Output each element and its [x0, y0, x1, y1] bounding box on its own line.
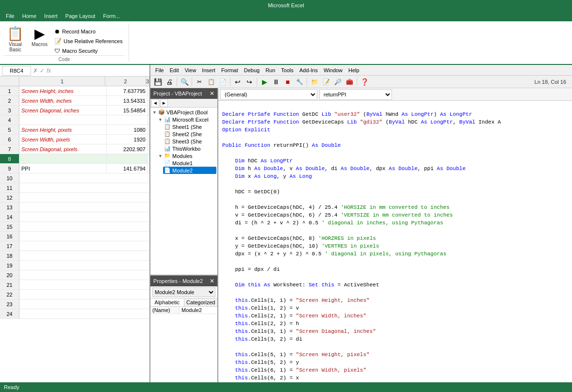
grid-cell[interactable] [148, 86, 149, 96]
tree-item-sheet1[interactable]: 📋 Sheet1 (She [163, 123, 216, 130]
vbe-toolbar-run[interactable]: ▶ [259, 77, 270, 87]
menu-home[interactable]: Home [18, 12, 40, 20]
props-tab-categorized[interactable]: Categorized [184, 298, 218, 306]
project-icon: 📦 [158, 109, 165, 115]
vbe-toolbar-toolbox[interactable]: 🧰 [344, 77, 355, 87]
vbe-toolbar-props[interactable]: 📝 [321, 77, 331, 87]
props-tab-alphabetic[interactable]: Alphabetic [150, 298, 184, 306]
vbe-toolbar-objbrowser[interactable]: 🔎 [332, 77, 343, 87]
relative-refs-button[interactable]: 📝 Use Relative References [52, 37, 125, 46]
grid-cell[interactable]: 1080 [107, 125, 148, 135]
tree-item-sheet3[interactable]: 📋 Sheet3 (She [163, 138, 216, 145]
vbe-toolbar-undo[interactable]: ↩ [232, 77, 243, 87]
grid-cell[interactable]: Screen Width, pixels [19, 135, 107, 144]
grid-cell[interactable]: 7.637795 [107, 86, 148, 96]
project-scroll-left[interactable]: ◄ [151, 99, 159, 107]
table-row: 21 [0, 280, 149, 290]
function-dropdown[interactable]: returnPPI [319, 89, 392, 100]
record-macro-button[interactable]: ⏺ Record Macro [52, 27, 125, 36]
vbe-main-content: Project - VBAProject ✕ ◄ ► ▼ 📦 VBAProjec [150, 88, 572, 382]
macros-button[interactable]: ▶ Macros [29, 25, 50, 49]
grid-cell[interactable] [148, 96, 149, 106]
tree-item-module1[interactable]: 📄 Module1 [163, 159, 216, 167]
grid-cell[interactable]: 15.54854 [107, 106, 148, 115]
vbe-menu-view[interactable]: View [182, 66, 199, 74]
vbe-menu-window[interactable]: Window [321, 66, 345, 74]
grid-cell[interactable]: Screen Height, pixels [19, 125, 107, 135]
grid-cell[interactable] [148, 144, 149, 154]
grid-cell[interactable] [19, 154, 107, 164]
vbe-toolbar-cut[interactable]: ✂ [194, 77, 205, 87]
vbe-menu-addins[interactable]: Add-Ins [296, 66, 321, 74]
grid-cell[interactable] [107, 115, 148, 125]
vbe-toolbar-stop[interactable]: ■ [282, 77, 293, 87]
vbe-toolbar-projectexplorer[interactable]: 📁 [309, 77, 320, 87]
props-value[interactable]: Module2 [180, 307, 217, 314]
grid-cell[interactable]: Screen Diagonal, inches [19, 106, 107, 115]
grid-cell[interactable] [19, 115, 107, 125]
macro-security-button[interactable]: 🛡 Macro Security [52, 47, 125, 55]
tree-item-modules-folder[interactable]: ▼ 📁 Modules [157, 152, 216, 159]
grid-cell[interactable] [148, 135, 149, 144]
grid-cell[interactable]: Screen Width, inches [19, 96, 107, 106]
tree-item-label: Sheet2 (She [172, 131, 202, 137]
tree-item-vbaproject[interactable]: ▼ 📦 VBAProject (Bool [151, 109, 216, 116]
grid-cell[interactable] [148, 115, 149, 125]
object-dropdown[interactable]: Module2 Module [152, 287, 215, 297]
excel-title-bar: Microsoft Excel [0, 0, 572, 11]
vbe-toolbar-find[interactable]: 🔍 [179, 77, 190, 87]
menu-file[interactable]: File [2, 12, 18, 20]
visual-basic-button[interactable]: 📋 VisualBasic [4, 25, 27, 54]
col-header-3[interactable]: 3 [146, 77, 149, 86]
vbe-toolbar-print[interactable]: 🖨 [164, 77, 175, 87]
grid-cell[interactable] [107, 154, 148, 164]
vbe-menu-file[interactable]: File [152, 66, 167, 74]
vbe-toolbar-break[interactable]: ⏸ [271, 77, 281, 87]
tree-item-msexcel[interactable]: ▼ 📊 Microsoft Excel [157, 116, 216, 123]
vbe-toolbar-design[interactable]: 🔧 [294, 77, 305, 87]
vbe-toolbar-help[interactable]: ❓ [359, 77, 370, 87]
vbe-toolbar-paste[interactable]: 📄 [217, 77, 228, 87]
grid-cell[interactable]: 2202.907 [107, 144, 148, 154]
vbe-menu-run[interactable]: Run [262, 66, 278, 74]
menu-pagelayout[interactable]: Page Layout [62, 12, 99, 20]
grid-cell[interactable]: 141.6794 [107, 164, 148, 173]
vbe-menu-insert[interactable]: Insert [199, 66, 218, 74]
grid-cell[interactable]: Screen Diagonal, pixels [19, 144, 107, 154]
grid-cell[interactable]: PPI [19, 164, 107, 173]
tree-item-thisworkbook[interactable]: 📊 ThisWorkbo [163, 145, 216, 152]
project-panel-close[interactable]: ✕ [210, 90, 214, 97]
modules-folder-icon: 📁 [164, 153, 171, 159]
grid-cell[interactable] [148, 106, 149, 115]
tree-item-module2[interactable]: 📄 Module2 [163, 167, 216, 174]
vbe-toolbar-copy[interactable]: 📋 [206, 77, 216, 87]
grid-cell[interactable]: Screen Height, inches [19, 86, 107, 96]
grid-cell[interactable] [148, 164, 149, 173]
vbe-menu-format[interactable]: Format [218, 66, 241, 74]
vbe-toolbar-save[interactable]: 💾 [152, 77, 163, 87]
table-row: 8 [0, 154, 149, 164]
code-editor: (General) returnPPI Declare PtrSafe Func… [218, 88, 572, 382]
vbe-menu-debug[interactable]: Debug [241, 66, 262, 74]
col-header-1[interactable]: 1 [19, 77, 105, 86]
project-scroll-right[interactable]: ► [160, 99, 168, 107]
general-dropdown[interactable]: (General) [220, 89, 317, 100]
table-row: 6 Screen Width, pixels 1920 [0, 135, 149, 144]
code-content[interactable]: Declare PtrSafe Function GetDC Lib "user… [218, 101, 572, 382]
vbe-toolbar-sep4 [257, 78, 257, 86]
menu-insert[interactable]: Insert [40, 12, 62, 20]
name-box[interactable] [2, 66, 31, 76]
grid-cell[interactable] [148, 154, 149, 164]
grid-cell[interactable]: 13.54331 [107, 96, 148, 106]
properties-panel-close[interactable]: ✕ [210, 278, 214, 284]
vbe-menu-tools[interactable]: Tools [278, 66, 296, 74]
tree-item-sheet2[interactable]: 📋 Sheet2 (She [163, 130, 216, 138]
grid-cell[interactable] [148, 125, 149, 135]
vbe-menu-edit[interactable]: Edit [167, 66, 182, 74]
properties-object-select[interactable]: Module2 Module [150, 286, 217, 298]
col-header-2[interactable]: 2 [105, 77, 146, 86]
vbe-menu-help[interactable]: Help [345, 66, 362, 74]
menu-form[interactable]: Form... [99, 12, 124, 20]
grid-cell[interactable]: 1920 [107, 135, 148, 144]
vbe-toolbar-redo[interactable]: ↪ [244, 77, 255, 87]
